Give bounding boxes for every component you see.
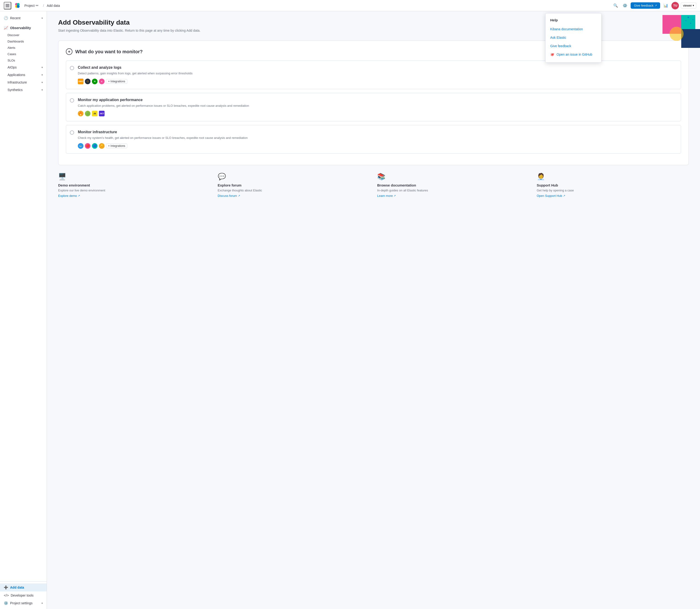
sidebar-observability-section: 📈 Observability Discover Dashboards Aler… bbox=[0, 23, 47, 94]
dashboards-label: Dashboards bbox=[7, 40, 24, 43]
monitor-header-icon: + bbox=[66, 48, 72, 55]
sidebar: 🕐 Recent 📈 Observability Discover Dashbo… bbox=[0, 11, 47, 609]
docs-external-icon: ↗ bbox=[394, 194, 396, 197]
bottom-card-support: 🧑‍💼 Support Hub Get help by opening a ca… bbox=[537, 173, 689, 197]
forum-icon: 💬 bbox=[218, 173, 370, 180]
elastic2-icon: 🔴 bbox=[85, 143, 90, 149]
discover-label: Discover bbox=[7, 33, 19, 37]
sidebar-item-developer-tools[interactable]: </> Developer tools bbox=[0, 591, 47, 599]
sidebar-item-slos[interactable]: SLOs bbox=[0, 57, 47, 64]
sidebar-item-infrastructure[interactable]: Infrastructure bbox=[0, 79, 47, 86]
applications-chevron-icon bbox=[41, 73, 43, 76]
avatar[interactable]: TU bbox=[671, 2, 679, 10]
flame-icon: 🔥 bbox=[78, 111, 84, 116]
kibana-docs-label: Kibana documentation bbox=[550, 27, 583, 31]
sidebar-infrastructure-label: Infrastructure bbox=[7, 81, 40, 84]
sidebar-recent-section: 🕐 Recent bbox=[0, 13, 47, 23]
sidebar-item-add-data[interactable]: ➕ Add data bbox=[0, 584, 47, 591]
support-link-label: Open Support Hub bbox=[537, 194, 562, 197]
nodejs-icon: 🟢 bbox=[85, 111, 90, 116]
help-give-feedback[interactable]: Give feedback bbox=[545, 42, 601, 50]
forum-desc: Exchange thoughts about Elastic bbox=[218, 189, 370, 192]
recent-chevron-icon bbox=[41, 17, 43, 20]
elastic-icon: e bbox=[99, 79, 105, 84]
sidebar-developer-tools-label: Developer tools bbox=[11, 593, 43, 597]
project-chevron-icon: ▾ bbox=[36, 4, 38, 7]
settings-icon: ⚙️ bbox=[4, 601, 8, 605]
radio-logs[interactable] bbox=[70, 66, 74, 70]
project-settings-chevron-icon bbox=[41, 602, 43, 605]
help-kibana-docs[interactable]: Kibana documentation bbox=[545, 25, 601, 33]
hamburger-icon bbox=[6, 3, 10, 8]
add-data-breadcrumb: Add data bbox=[47, 4, 60, 7]
forum-link[interactable]: Discuss forum ↗ bbox=[218, 194, 370, 197]
dev-tools-icon: </> bbox=[4, 593, 9, 597]
option-infra-desc: Check my system's health, get alerted on… bbox=[78, 136, 676, 140]
option-card-logs[interactable]: Collect and analyze logs Detect patterns… bbox=[66, 60, 681, 89]
demo-external-icon: ↗ bbox=[78, 194, 80, 197]
search-icon: 🔍 bbox=[613, 3, 618, 8]
infrastructure-chevron-icon bbox=[41, 81, 43, 84]
docs-icon: 📚 bbox=[377, 173, 530, 180]
key-icon: 🔑 bbox=[99, 143, 105, 149]
sidebar-observability-label: Observability bbox=[10, 26, 43, 30]
plus-icon: ➕ bbox=[4, 585, 8, 590]
sidebar-item-observability[interactable]: 📈 Observability bbox=[0, 24, 47, 32]
menu-button[interactable] bbox=[4, 2, 11, 10]
option-card-infra[interactable]: Monitor infrastructure Check my system's… bbox=[66, 125, 681, 154]
viewer-label: viewer bbox=[683, 4, 692, 7]
help-button[interactable]: ⚙️ bbox=[621, 2, 629, 10]
viewer-button[interactable]: viewer ▾ bbox=[681, 3, 696, 8]
help-github-issue[interactable]: 🐙 Open an issue in GitHub bbox=[545, 50, 601, 59]
docs-desc: In-depth guides on all Elastic features bbox=[377, 189, 530, 192]
bottom-cards: 🖥️ Demo environment Explore our live dem… bbox=[58, 173, 689, 197]
option-logs-title: Collect and analyze logs bbox=[78, 66, 676, 70]
js-icon: JS bbox=[92, 111, 97, 116]
docs-title: Browse documentation bbox=[377, 183, 530, 187]
project-selector[interactable]: Project ▾ bbox=[22, 3, 40, 8]
synthetics-chevron-icon bbox=[41, 88, 43, 91]
project-name: Project bbox=[24, 4, 35, 7]
docs-link[interactable]: Learn more ↗ bbox=[377, 194, 530, 197]
support-title: Support Hub bbox=[537, 183, 689, 187]
sidebar-item-cases[interactable]: Cases bbox=[0, 51, 47, 57]
logs-integrations-badge[interactable]: + Integrations bbox=[106, 79, 127, 84]
radio-apm[interactable] bbox=[70, 98, 74, 103]
option-apm-title: Monitor my application performance bbox=[78, 98, 676, 102]
topnav-right: 🔍 ⚙️ Give feedback ↗ 📊 TU viewer ▾ bbox=[612, 2, 696, 10]
sidebar-item-alerts[interactable]: Alerts bbox=[0, 45, 47, 51]
svg-point-9 bbox=[693, 19, 694, 20]
option-infra-icons: 🐳 🔴 🔵 🔑 + Integrations bbox=[78, 143, 676, 149]
monitor-header-title: What do you want to monitor? bbox=[75, 49, 143, 54]
slos-label: SLOs bbox=[7, 59, 15, 62]
give-feedback-button[interactable]: Give feedback ↗ bbox=[631, 2, 660, 9]
help-ask-elastic[interactable]: Ask Elastic bbox=[545, 33, 601, 42]
option-logs-icons: AWS ⬡ N e + Integrations bbox=[78, 79, 676, 84]
option-apm-icons: 🔥 🟢 JS .NET bbox=[78, 111, 676, 116]
option-apm-desc: Catch application problems, get alerted … bbox=[78, 103, 676, 108]
search-button[interactable]: 🔍 bbox=[612, 2, 620, 10]
demo-link[interactable]: Explore demo ↗ bbox=[58, 194, 210, 197]
sidebar-item-applications[interactable]: Applications bbox=[0, 71, 47, 79]
bottom-card-docs: 📚 Browse documentation In-depth guides o… bbox=[377, 173, 530, 197]
sidebar-item-recent[interactable]: 🕐 Recent bbox=[0, 14, 47, 22]
stats-button[interactable]: 📊 bbox=[662, 2, 669, 10]
support-link[interactable]: Open Support Hub ↗ bbox=[537, 194, 689, 197]
infra-integrations-badge[interactable]: + Integrations bbox=[106, 143, 127, 148]
option-card-apm[interactable]: Monitor my application performance Catch… bbox=[66, 93, 681, 122]
sidebar-bottom: ➕ Add data </> Developer tools ⚙️ Projec… bbox=[0, 581, 47, 607]
docker-icon: 🐳 bbox=[78, 143, 84, 149]
demo-icon: 🖥️ bbox=[58, 173, 210, 180]
docs-link-label: Learn more bbox=[377, 194, 393, 197]
sidebar-item-aiops[interactable]: AIOps bbox=[0, 64, 47, 71]
sidebar-item-synthetics[interactable]: Synthetics bbox=[0, 86, 47, 93]
aws-icon: AWS bbox=[78, 79, 84, 84]
elastic-logo bbox=[14, 2, 21, 9]
help-dropdown: Help Kibana documentation Ask Elastic Gi… bbox=[545, 13, 602, 63]
sidebar-item-discover[interactable]: Discover bbox=[0, 32, 47, 38]
sidebar-item-dashboards[interactable]: Dashboards bbox=[0, 38, 47, 45]
radio-infra[interactable] bbox=[70, 130, 74, 135]
forum-title: Explore forum bbox=[218, 183, 370, 187]
sidebar-item-project-settings[interactable]: ⚙️ Project settings bbox=[0, 599, 47, 607]
bottom-card-forum: 💬 Explore forum Exchange thoughts about … bbox=[218, 173, 370, 197]
